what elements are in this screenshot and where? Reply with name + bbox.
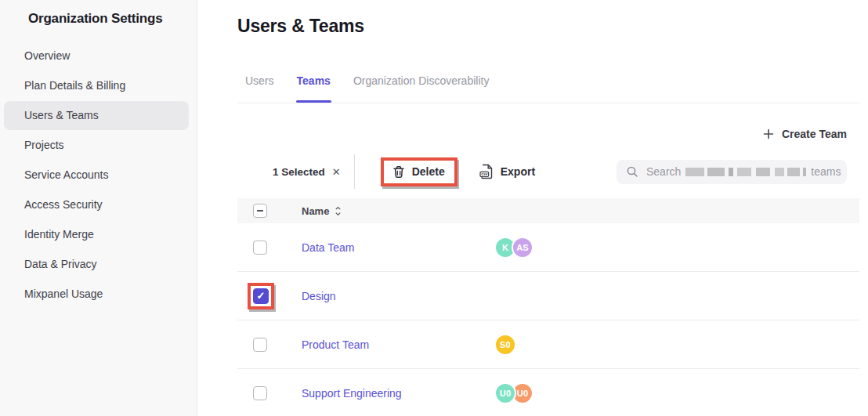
sidebar-item-users-teams[interactable]: Users & Teams — [4, 101, 189, 130]
team-row-design: Design — [237, 272, 859, 320]
trash-icon — [392, 165, 405, 179]
sidebar-item-overview[interactable]: Overview — [4, 42, 189, 71]
sidebar-item-identity-merge[interactable]: Identity Merge — [4, 220, 189, 249]
team-name-link[interactable]: Design — [302, 290, 494, 302]
name-column-header: Name — [302, 205, 342, 217]
member-avatars: S0 — [494, 334, 516, 356]
page-title: Users & Teams — [237, 16, 364, 37]
search-input[interactable]: Search teams — [617, 160, 847, 184]
delete-label: Delete — [412, 165, 445, 178]
sidebar-item-plan-details-billing[interactable]: Plan Details & Billing — [4, 71, 189, 100]
tab-organization-discoverability[interactable]: Organization Discoverability — [353, 74, 490, 103]
sidebar-item-data-privacy[interactable]: Data & Privacy — [4, 250, 189, 279]
redacted-text-block — [685, 168, 806, 176]
select-all-checkbox[interactable] — [253, 204, 267, 218]
team-row-data-team: Data TeamKAS — [237, 223, 859, 272]
selected-count-label: 1 Selected — [273, 166, 325, 178]
sidebar-item-mixpanel-usage[interactable]: Mixpanel Usage — [4, 280, 189, 309]
row-checkbox[interactable] — [253, 241, 267, 255]
tab-teams[interactable]: Teams — [297, 74, 331, 103]
create-team-button[interactable]: Create Team — [763, 128, 847, 140]
member-avatar: U0 — [494, 382, 516, 404]
member-avatar: AS — [512, 237, 533, 259]
main-content: Users & Teams UsersTeamsOrganization Dis… — [197, 0, 868, 416]
sidebar-item-service-accounts[interactable]: Service Accounts — [4, 161, 189, 190]
sidebar-title: Organization Settings — [0, 0, 197, 27]
team-name-link[interactable]: Data Team — [302, 241, 494, 254]
tab-bar: UsersTeamsOrganization Discoverability — [237, 74, 859, 103]
row-checkbox[interactable] — [253, 386, 267, 400]
toolbar-divider — [354, 154, 355, 189]
export-label: Export — [501, 165, 535, 178]
member-avatars: KAS — [494, 237, 533, 259]
sidebar: Organization Settings OverviewPlan Detai… — [0, 0, 197, 416]
team-row-product-team: Product TeamS0 — [237, 320, 859, 369]
annotation-highlight-delete: Delete — [381, 157, 458, 186]
sidebar-nav: OverviewPlan Details & BillingUsers & Te… — [0, 42, 197, 309]
row-checkbox[interactable] — [253, 338, 267, 352]
search-placeholder-suffix: teams — [811, 165, 841, 178]
bulk-actions-toolbar: 1 Selected ✕ Delete — [237, 154, 847, 189]
clear-selection-button[interactable]: ✕ — [332, 166, 341, 178]
teams-table: Name Data TeamKASDesignProduct TeamS0Sup… — [237, 198, 859, 416]
sidebar-item-access-security[interactable]: Access Security — [4, 190, 189, 219]
annotation-highlight-checkbox — [248, 283, 274, 309]
search-placeholder-prefix: Search — [646, 165, 681, 178]
delete-button[interactable]: Delete — [384, 161, 454, 183]
team-name-link[interactable]: Product Team — [302, 338, 494, 351]
member-avatars: U0U0 — [494, 382, 533, 404]
plus-icon — [763, 128, 774, 139]
svg-text:csv: csv — [481, 172, 487, 176]
team-row-support-engineering: Support EngineeringU0U0 — [237, 369, 859, 416]
search-icon — [626, 165, 638, 178]
tab-users[interactable]: Users — [245, 74, 274, 103]
sidebar-item-projects[interactable]: Projects — [4, 131, 189, 160]
team-name-link[interactable]: Support Engineering — [302, 387, 494, 400]
table-header-row: Name — [237, 198, 859, 223]
row-checkbox[interactable] — [253, 288, 269, 304]
sort-icon[interactable] — [335, 206, 342, 216]
name-column-label: Name — [302, 205, 329, 217]
member-avatar: S0 — [494, 334, 516, 356]
create-team-label: Create Team — [782, 128, 847, 140]
csv-file-icon: csv — [479, 164, 494, 179]
export-button[interactable]: csv Export — [479, 164, 535, 179]
search-placeholder: Search teams — [646, 165, 841, 178]
table-body: Data TeamKASDesignProduct TeamS0Support … — [237, 223, 859, 416]
organization-settings-page: Organization Settings OverviewPlan Detai… — [0, 0, 868, 416]
